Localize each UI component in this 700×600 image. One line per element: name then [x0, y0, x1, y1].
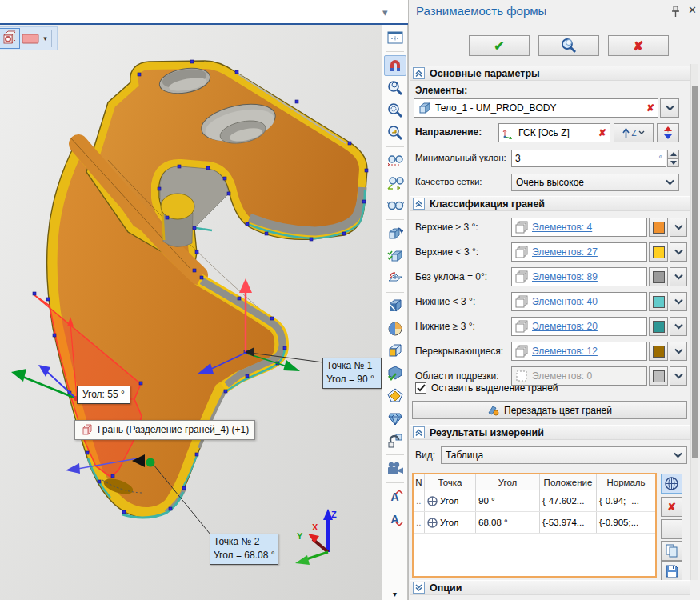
panel-scrollbar[interactable]: [690, 64, 698, 580]
mesh-quality-select[interactable]: Очень высокое: [511, 174, 679, 191]
zoom-selection-button[interactable]: [384, 78, 406, 98]
chevron-down-icon[interactable]: [670, 292, 687, 311]
elements-dropdown-button[interactable]: [660, 98, 679, 118]
section-main-header[interactable]: Основные параметры: [410, 66, 690, 81]
flip-direction-button[interactable]: [657, 123, 679, 142]
glasses-angle-icon: [386, 176, 404, 190]
flip-normal-button[interactable]: [384, 268, 406, 289]
chevron-down-icon[interactable]: [670, 242, 687, 262]
elements-link[interactable]: Элементов: 4: [532, 222, 592, 233]
close-icon[interactable]: ✕: [688, 4, 697, 16]
show-body-tool[interactable]: [0, 28, 20, 49]
direction-field[interactable]: ГСК [Ось Z] ✘: [498, 123, 610, 142]
section-view-button[interactable]: [384, 386, 406, 406]
ok-button[interactable]: ✔: [469, 35, 530, 56]
color-swatch: [653, 346, 665, 358]
copy-table-button[interactable]: [661, 541, 682, 561]
magnifier-icon: [561, 38, 577, 54]
remove-row-button[interactable]: —: [661, 519, 682, 539]
color-swatch-button[interactable]: [649, 342, 668, 361]
measure-angle-button[interactable]: [384, 173, 406, 194]
faces-field[interactable]: Элементов: 27: [511, 242, 647, 262]
clear-direction-icon[interactable]: ✘: [598, 127, 606, 138]
toolbar-more-button[interactable]: ▾: [393, 590, 397, 598]
collapse-icon[interactable]: [413, 426, 425, 438]
elements-link[interactable]: Элементов: 40: [532, 296, 598, 307]
clear-elements-icon[interactable]: ✘: [646, 102, 654, 114]
delete-measure-button[interactable]: ✘: [661, 497, 682, 517]
measure-button[interactable]: [384, 195, 406, 216]
zoom-extents-button[interactable]: [384, 122, 406, 143]
color-swatch-button[interactable]: [649, 317, 668, 336]
dock-window-button[interactable]: [384, 27, 406, 48]
elements-link[interactable]: Элементов: 20: [532, 321, 598, 332]
shading-mode-button[interactable]: [384, 318, 406, 339]
faces-field[interactable]: Элементов: 40: [511, 292, 647, 311]
3d-viewport[interactable]: Z X Y ▾ Точка № 1 Угол = 90 ° Уго: [0, 25, 382, 600]
snap-magnet-button[interactable]: [384, 55, 406, 76]
validate-solid-button[interactable]: [384, 363, 406, 384]
save-table-button[interactable]: [661, 561, 682, 581]
section-results-header[interactable]: Результаты измерений: [410, 425, 690, 440]
scrollbar-thumb[interactable]: [692, 86, 698, 458]
chevron-down-icon[interactable]: [670, 366, 687, 386]
faces-field[interactable]: Элементов: 4: [511, 218, 647, 237]
pick-point-button[interactable]: [661, 474, 682, 494]
elements-link[interactable]: Элементов: 12: [532, 346, 598, 357]
shading-sphere-icon: [387, 321, 403, 337]
cancel-button[interactable]: ✘: [608, 35, 669, 56]
gem-view-button[interactable]: [384, 408, 406, 429]
toolbar-collapse-arrow-icon[interactable]: ▾: [382, 6, 388, 18]
elements-link[interactable]: Элементов: 27: [532, 246, 598, 258]
flip-plane-icon: [387, 271, 403, 286]
font-decrease-button[interactable]: A: [384, 509, 406, 530]
zoom-selection-icon: [387, 80, 403, 96]
pin-icon[interactable]: [671, 6, 680, 21]
expand-icon[interactable]: [413, 582, 425, 594]
chevron-down-icon[interactable]: [670, 317, 687, 336]
faces-field[interactable]: Элементов: 89: [511, 267, 647, 286]
color-swatch-button[interactable]: [649, 242, 668, 262]
color-swatch-button[interactable]: [649, 366, 668, 386]
camera-button[interactable]: [384, 458, 406, 479]
section-options-header[interactable]: Опции: [410, 580, 690, 595]
faces-field[interactable]: Элементов: 20: [511, 317, 647, 336]
faces-stack-icon: [515, 295, 528, 308]
color-swatch-button[interactable]: [649, 267, 668, 286]
color-swatch-button[interactable]: [649, 292, 668, 311]
solid-view-button[interactable]: [384, 341, 406, 362]
zoom-area-button[interactable]: [384, 100, 406, 121]
table-row[interactable]: .. Угол 68.08 ° {-53.974... {-0.905;...: [414, 512, 655, 534]
elements-label: Элементы:: [415, 85, 467, 96]
hide-measures-button[interactable]: [384, 150, 406, 171]
measurements-table[interactable]: N Точка Угол Положение Нормаль .. Угол 9…: [412, 473, 657, 578]
collapse-icon[interactable]: [413, 198, 425, 210]
axis-select-button[interactable]: Z: [614, 123, 654, 142]
min-slope-input[interactable]: 3 °: [511, 150, 666, 167]
chevron-down-icon[interactable]: [670, 218, 687, 237]
view-cube-button[interactable]: [384, 296, 406, 317]
classification-row-overlapping: Перекрывающиеся: Элементов: 12: [409, 342, 700, 362]
spin-up-icon[interactable]: [667, 150, 679, 158]
table-row[interactable]: .. Угол 90 ° {-47.602... {-0.94; -...: [414, 490, 655, 512]
view-select[interactable]: Таблица: [441, 446, 687, 464]
collapse-icon[interactable]: [413, 67, 425, 79]
preview-button[interactable]: [538, 35, 599, 56]
section-classification-header[interactable]: Классификация граней: [410, 196, 690, 211]
color-swatch-button[interactable]: [649, 218, 668, 237]
elements-field[interactable]: Тело_1 - UM_PROD_BODY ✘: [414, 98, 658, 118]
check-body-button[interactable]: [384, 246, 406, 266]
face-color-tool[interactable]: ▾: [20, 28, 49, 49]
viewport-mini-toolbar: ▾: [0, 26, 58, 50]
elements-link[interactable]: Элементов: 89: [532, 271, 598, 282]
chevron-down-icon[interactable]: [670, 267, 687, 286]
font-increase-button[interactable]: A: [384, 486, 406, 507]
zoom-extents-icon: [387, 125, 403, 141]
regen-body-button[interactable]: [384, 223, 406, 244]
recolor-faces-button[interactable]: Перезадать цвет граней: [412, 401, 687, 419]
keep-selection-checkbox[interactable]: [415, 382, 426, 394]
spin-down-icon[interactable]: [667, 158, 679, 167]
faces-field[interactable]: Элементов: 12: [511, 342, 647, 361]
chevron-down-icon[interactable]: [670, 342, 687, 361]
model-settings-button[interactable]: [384, 430, 406, 451]
